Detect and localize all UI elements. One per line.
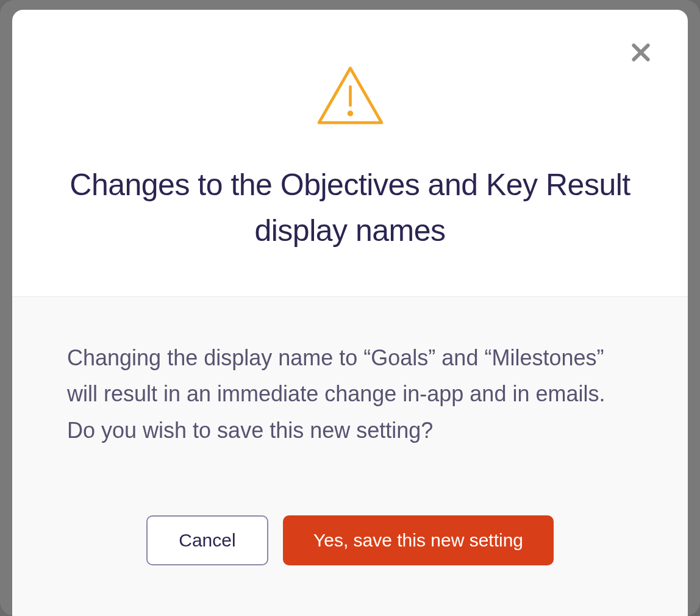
- confirmation-modal: Changes to the Objectives and Key Result…: [12, 10, 688, 616]
- modal-body: Changing the display name to “Goals” and…: [12, 297, 688, 616]
- close-icon: [629, 40, 653, 65]
- confirm-button[interactable]: Yes, save this new setting: [283, 515, 554, 565]
- modal-footer: Cancel Yes, save this new setting: [67, 515, 633, 565]
- modal-title: Changes to the Objectives and Key Result…: [55, 162, 645, 254]
- modal-message: Changing the display name to “Goals” and…: [67, 340, 633, 448]
- close-button[interactable]: [627, 39, 654, 66]
- modal-backdrop: Changes to the Objectives and Key Result…: [0, 0, 700, 616]
- cancel-button[interactable]: Cancel: [146, 515, 268, 565]
- modal-header: Changes to the Objectives and Key Result…: [12, 10, 688, 297]
- svg-point-3: [349, 112, 352, 115]
- warning-icon: [55, 65, 645, 126]
